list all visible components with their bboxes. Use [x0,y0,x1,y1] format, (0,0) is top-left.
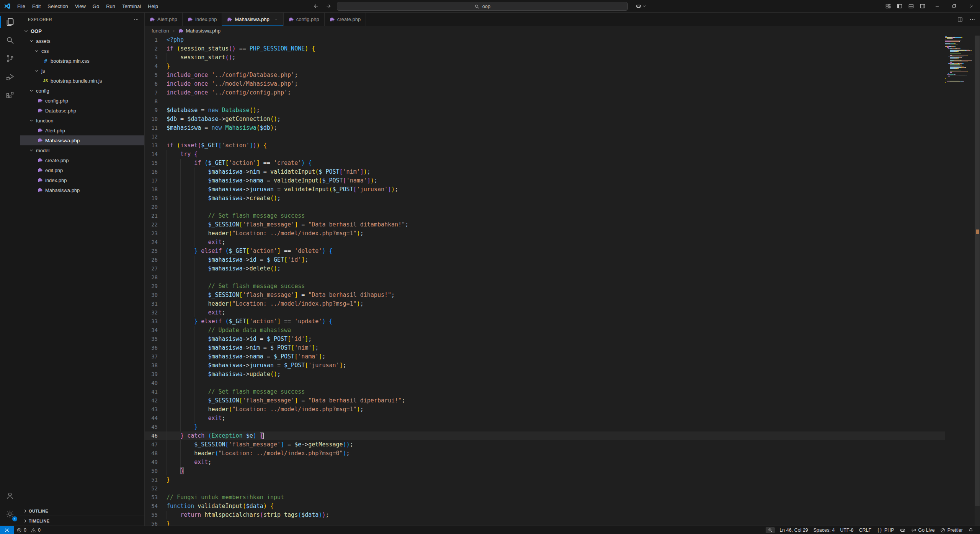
back-icon[interactable] [313,3,319,9]
tree-item-bootstrap-min-css[interactable]: #bootstrap.min.css [20,56,144,66]
code-line-41[interactable]: 41 // Set flash message success [145,387,945,396]
code-line-39[interactable]: 39 $mahasiswa->update(); [145,370,945,379]
tree-item-edit-php[interactable]: edit.php [20,165,144,175]
menu-go[interactable]: Go [89,0,103,12]
code-line-34[interactable]: 34 // Update data mahasiswa [145,326,945,335]
menu-help[interactable]: Help [144,0,162,12]
code-line-52[interactable]: 52 [145,484,945,493]
tree-item-js[interactable]: js [20,66,144,76]
activity-explorer[interactable] [0,13,20,31]
code-line-47[interactable]: 47 $_SESSION['flash_message'] = $e->getM… [145,440,945,449]
code-line-44[interactable]: 44 exit; [145,414,945,423]
account-button[interactable] [0,487,20,505]
code-line-46[interactable]: 46 } catch (Exception $e) { [145,431,945,440]
activity-source-control[interactable] [0,49,20,68]
code-line-29[interactable]: 29 // Set flash message success [145,282,945,291]
tree-item-config-php[interactable]: config.php [20,96,144,106]
code-line-27[interactable]: 27 $mahasiswa->delete(); [145,264,945,273]
code-line-24[interactable]: 24 exit; [145,238,945,247]
code-line-13[interactable]: 13if (isset($_GET['action'])) { [145,141,945,150]
tree-item-index-php[interactable]: index.php [20,175,144,185]
tree-item-mahasiswa-php[interactable]: Mahasiswa.php [20,185,144,195]
tree-item-create-php[interactable]: create.php [20,155,144,165]
code-line-17[interactable]: 17 $mahasiswa->nama = validateInput($_PO… [145,176,945,185]
activity-run-debug[interactable] [0,68,20,86]
restore-button[interactable] [946,0,963,12]
editor-more-actions-icon[interactable] [969,16,975,23]
customize-layout-icon[interactable] [882,0,894,12]
code-line-3[interactable]: 3 session_start(); [145,53,945,62]
code-line-22[interactable]: 22 $_SESSION['flash_message'] = "Data be… [145,220,945,229]
code-line-50[interactable]: 50 } [145,467,945,475]
zoom-status[interactable] [766,527,775,533]
code-line-45[interactable]: 45 } [145,423,945,431]
more-actions-icon[interactable] [134,17,139,22]
code-line-49[interactable]: 49 exit; [145,458,945,467]
code-line-8[interactable]: 8 [145,97,945,106]
tab-config-php[interactable]: config.php [284,13,325,26]
code-line-35[interactable]: 35 $mahasiswa->id = $_POST['id']; [145,335,945,344]
tree-item-config[interactable]: config [20,86,144,96]
notifications-button[interactable] [965,526,976,534]
code-line-20[interactable]: 20 [145,203,945,212]
tree-item-database-php[interactable]: Database.php [20,106,144,116]
code-editor[interactable]: 1<?php2if (session_status() == PHP_SESSI… [145,36,980,526]
code-line-54[interactable]: 54function validateInput($data) { [145,502,945,511]
tree-item-oop[interactable]: OOP [20,26,144,36]
code-line-23[interactable]: 23 header("Location: ../model/index.php?… [145,229,945,238]
language-mode[interactable]: {} PHP [874,526,897,534]
code-line-51[interactable]: 51} [145,475,945,484]
tree-item-alert-php[interactable]: Alert.php [20,125,144,135]
copilot-menu[interactable] [635,0,647,12]
scrollbar-thumb[interactable] [975,36,980,506]
breadcrumb-file[interactable]: Mahasiswa.php [186,28,220,34]
tab-mahasiswa-php[interactable]: Mahasiswa.php [222,13,283,26]
tab-create-php[interactable]: create.php [325,13,366,26]
code-line-31[interactable]: 31 header("Location: ../model/index.php?… [145,300,945,308]
code-line-43[interactable]: 43 header("Location: ../model/index.php?… [145,405,945,414]
code-line-28[interactable]: 28 [145,273,945,282]
code-line-21[interactable]: 21 // Set flash message success [145,212,945,220]
tree-item-function[interactable]: function [20,116,144,125]
code-line-38[interactable]: 38 $mahasiswa->jurusan = $_POST['jurusan… [145,361,945,370]
encoding-status[interactable]: UTF-8 [837,526,856,534]
menu-terminal[interactable]: Terminal [119,0,144,12]
remote-indicator[interactable] [0,526,14,534]
code-line-42[interactable]: 42 $_SESSION['flash_message'] = "Data be… [145,396,945,405]
activity-search[interactable] [0,31,20,49]
code-line-7[interactable]: 7include_once '../config/config.php'; [145,88,945,97]
forward-icon[interactable] [325,3,332,9]
minimize-button[interactable] [928,0,946,12]
menu-file[interactable]: File [14,0,29,12]
tree-item-css[interactable]: css [20,46,144,56]
code-line-25[interactable]: 25 } elseif ($_GET['action'] == 'delete'… [145,247,945,256]
code-line-1[interactable]: 1<?php [145,36,945,44]
code-line-37[interactable]: 37 $mahasiswa->nama = $_POST['nama']; [145,352,945,361]
eol-status[interactable]: CRLF [856,526,874,534]
code-line-26[interactable]: 26 $mahasiswa->id = $_GET['id']; [145,256,945,264]
code-line-48[interactable]: 48 header("Location: ../model/index.php?… [145,449,945,458]
tab-alert-php[interactable]: Alert.php [145,13,183,26]
tree-item-model[interactable]: model [20,145,144,155]
code-line-5[interactable]: 5include_once '../config/Database.php'; [145,71,945,80]
code-line-56[interactable]: 56} [145,519,945,526]
code-line-4[interactable]: 4} [145,62,945,71]
editor-scrollbar[interactable] [975,36,980,526]
close-icon[interactable] [274,17,278,22]
code-line-15[interactable]: 15 if ($_GET['action'] == 'create') { [145,159,945,168]
menu-selection[interactable]: Selection [44,0,71,12]
code-line-32[interactable]: 32 exit; [145,308,945,317]
code-line-33[interactable]: 33 } elseif ($_GET['action'] == 'update'… [145,317,945,326]
go-live-button[interactable]: Go Live [908,526,938,534]
minimap[interactable] [945,36,974,83]
code-line-12[interactable]: 12 [145,132,945,141]
toggle-primary-sidebar-icon[interactable] [894,0,905,12]
toggle-panel-icon[interactable] [905,0,917,12]
problems-indicator[interactable]: 0 0 [14,526,43,534]
code-line-40[interactable]: 40 [145,379,945,387]
tree-item-mahasiswa-php[interactable]: Mahasiswa.php [20,135,144,145]
code-line-11[interactable]: 11$mahasiswa = new Mahasiswa($db); [145,124,945,132]
close-button[interactable] [963,0,980,12]
code-line-10[interactable]: 10$db = $database->getConnection(); [145,115,945,124]
code-line-55[interactable]: 55 return htmlspecialchars(strip_tags($d… [145,511,945,519]
